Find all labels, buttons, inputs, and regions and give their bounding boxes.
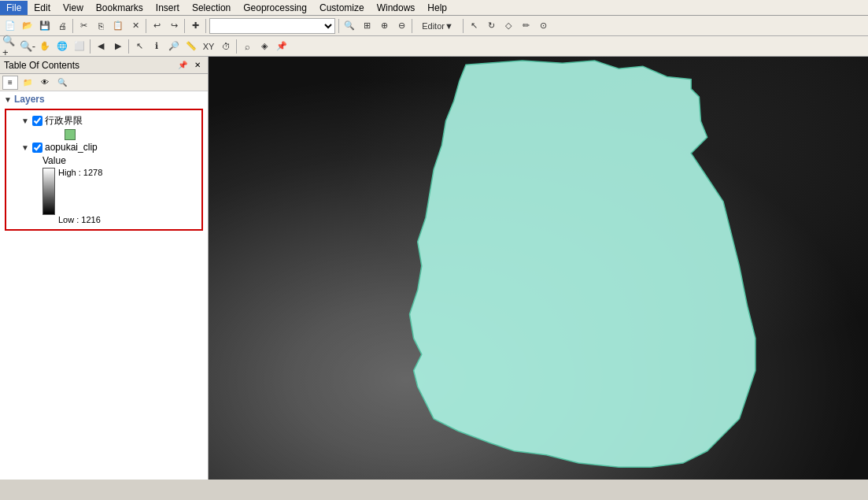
- editor-dropdown[interactable]: Editor▼: [414, 17, 461, 35]
- layers-expand-icon[interactable]: ▼: [3, 94, 13, 104]
- menu-edit[interactable]: Edit: [28, 1, 57, 15]
- layer2-expand-icon[interactable]: ▼: [20, 143, 30, 152]
- legend-value-label: Value: [42, 155, 198, 166]
- sep5: [338, 19, 339, 33]
- search-tool[interactable]: ⌕: [238, 38, 256, 55]
- redo-button[interactable]: ↪: [165, 17, 183, 35]
- print-button[interactable]: 🖨: [54, 17, 71, 35]
- new-button[interactable]: 📄: [2, 17, 19, 35]
- toc-content: ▼ Layers ▼ 行政界限 ▼ aopuka: [0, 91, 208, 480]
- nav-sep2: [128, 39, 129, 54]
- toc-header: Table Of Contents 📌 ✕: [0, 57, 208, 74]
- legend-low-label: Low : 1216: [58, 215, 102, 224]
- main-area: Table Of Contents 📌 ✕ ≡ 📁 👁 🔍 ▼ Layers ▼: [0, 57, 868, 480]
- rotate-btn[interactable]: ↻: [482, 17, 500, 35]
- cut-button[interactable]: ✂: [75, 17, 92, 35]
- menu-geoprocessing[interactable]: Geoprocessing: [237, 1, 313, 15]
- menu-customize[interactable]: Customize: [313, 1, 371, 15]
- toolbar-navigation: 🔍+ 🔍- ✋ 🌐 ⬜ ◀ ▶ ↖ ℹ 🔎 📏 XY ⏱ ⌕ ◈ 📌: [0, 36, 868, 57]
- nav-sep1: [90, 39, 90, 54]
- toolbar-standard: 📄 📂 💾 🖨 ✂ ⎘ 📋 ✕ ↩ ↪ ✚ 🔍 ⊞ ⊕ ⊖ Editor▼ ↖ …: [0, 16, 868, 36]
- menu-bar: File Edit View Bookmarks Insert Selectio…: [0, 0, 868, 16]
- menu-insert[interactable]: Insert: [150, 1, 186, 15]
- open-button[interactable]: 📂: [19, 17, 36, 35]
- toc-visibility-icon[interactable]: 👁: [37, 76, 53, 90]
- forward-tool[interactable]: ▶: [109, 38, 127, 55]
- time-tool[interactable]: ⏱: [217, 38, 235, 55]
- map-notes[interactable]: 📌: [273, 38, 290, 55]
- zoom-in-btn[interactable]: ⊕: [375, 17, 393, 35]
- vertex-btn[interactable]: ◇: [500, 17, 517, 35]
- select-tool[interactable]: ↖: [131, 38, 148, 55]
- toc-selection-box: ▼ 行政界限 ▼ aopukai_clip Value: [5, 109, 203, 231]
- toc-source-icon[interactable]: 📁: [20, 76, 35, 90]
- layers-group-label: Layers: [14, 94, 45, 105]
- sketch-btn[interactable]: ✏: [517, 17, 534, 35]
- layer2-legend: Value High : 1278 Low : 1216: [42, 154, 198, 226]
- undo-button[interactable]: ↩: [148, 17, 165, 35]
- sep4: [205, 19, 206, 33]
- copy-button[interactable]: ⎘: [92, 17, 109, 35]
- layer2-row[interactable]: ▼ aopukai_clip: [9, 141, 198, 154]
- layer2-label: aopukai_clip: [45, 142, 98, 153]
- fullextent-tool[interactable]: ⬜: [71, 38, 88, 55]
- goto-xy[interactable]: XY: [200, 38, 217, 55]
- toc-header-icons: 📌 ✕: [176, 59, 204, 72]
- select-btn[interactable]: ↖: [465, 17, 482, 35]
- toc-title: Table Of Contents: [4, 60, 79, 71]
- paste-button[interactable]: 📋: [109, 17, 127, 35]
- legend-values: High : 1278 Low : 1216: [58, 168, 102, 224]
- layer1-label: 行政界限: [45, 114, 83, 128]
- zoom-out-tool[interactable]: 🔍-: [19, 38, 36, 55]
- layers-group-row[interactable]: ▼ Layers: [2, 93, 206, 106]
- menu-windows[interactable]: Windows: [371, 1, 422, 15]
- zoom-extent[interactable]: ⊞: [358, 17, 375, 35]
- toc-toolbar: ≡ 📁 👁 🔍: [0, 74, 208, 91]
- sep6: [412, 19, 412, 33]
- legend-raster-bar: [42, 168, 55, 215]
- map-polygon: [209, 57, 868, 480]
- zoom-out-btn[interactable]: ⊖: [393, 17, 410, 35]
- sep2: [146, 19, 146, 33]
- layer1-symbol-row: [42, 128, 198, 141]
- menu-selection[interactable]: Selection: [186, 1, 237, 15]
- delete-button[interactable]: ✕: [127, 17, 144, 35]
- layer1-row[interactable]: ▼ 行政界限: [9, 113, 198, 128]
- menu-bookmarks[interactable]: Bookmarks: [90, 1, 150, 15]
- sep3: [184, 19, 185, 33]
- menu-view[interactable]: View: [57, 1, 90, 15]
- toc-panel: Table Of Contents 📌 ✕ ≡ 📁 👁 🔍 ▼ Layers ▼: [0, 57, 209, 480]
- sep7: [463, 19, 464, 33]
- toc-list-icon[interactable]: ≡: [2, 76, 18, 90]
- toc-close-icon[interactable]: ✕: [191, 59, 204, 72]
- layer1-checkbox[interactable]: [32, 116, 42, 126]
- legend-high-label: High : 1278: [58, 168, 102, 177]
- snapping-btn[interactable]: ⊙: [534, 17, 552, 35]
- measure-tool[interactable]: 📏: [183, 38, 200, 55]
- find-tool[interactable]: 🔎: [165, 38, 183, 55]
- sep1: [72, 19, 73, 33]
- save-button[interactable]: 💾: [36, 17, 54, 35]
- arc-gis-tool[interactable]: ◈: [256, 38, 273, 55]
- menu-help[interactable]: Help: [421, 1, 453, 15]
- menu-file[interactable]: File: [0, 1, 28, 15]
- globe-tool[interactable]: 🌐: [54, 38, 71, 55]
- add-data-button[interactable]: ✚: [187, 17, 204, 35]
- map-area[interactable]: [209, 57, 868, 480]
- pan-tool[interactable]: ✋: [36, 38, 54, 55]
- layer1-symbol-icon: [65, 129, 76, 140]
- back-tool[interactable]: ◀: [92, 38, 109, 55]
- layer1-expand-icon[interactable]: ▼: [20, 117, 30, 126]
- identify-tool[interactable]: ℹ: [148, 38, 165, 55]
- layer2-checkbox[interactable]: [32, 143, 42, 153]
- toc-search-icon[interactable]: 🔍: [54, 76, 70, 90]
- scale-dropdown[interactable]: [209, 18, 335, 34]
- toc-pin-icon[interactable]: 📌: [176, 59, 189, 72]
- zoom-in-tool[interactable]: 🔍+: [2, 38, 19, 55]
- nav-sep3: [236, 39, 237, 54]
- zoom-whole[interactable]: 🔍: [341, 17, 358, 35]
